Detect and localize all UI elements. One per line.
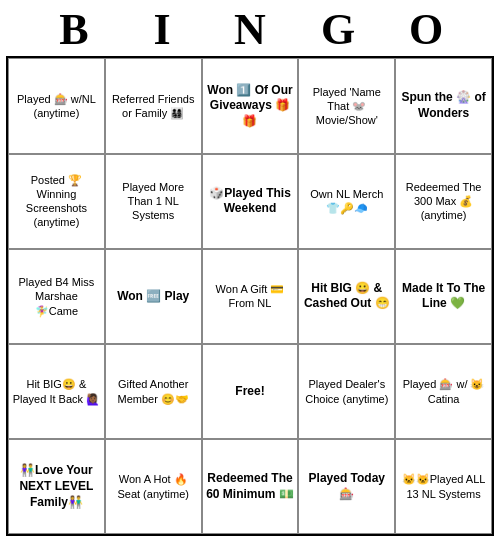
letter-i: I [118,6,206,54]
bingo-cell-21[interactable]: Won A Hot 🔥 Seat (anytime) [105,439,202,534]
bingo-cell-14[interactable]: Made It To The Line 💚 [395,249,492,344]
bingo-cell-4[interactable]: Spun the 🎡 of Wonders [395,58,492,153]
bingo-cell-10[interactable]: Played B4 Miss Marshae 🧚‍♀️Came [8,249,105,344]
bingo-cell-0[interactable]: Played 🎰 w/NL (anytime) [8,58,105,153]
bingo-cell-19[interactable]: Played 🎰 w/ 😺 Catina [395,344,492,439]
bingo-cell-17[interactable]: Free! [202,344,299,439]
bingo-cell-7[interactable]: 🎲Played This Weekend [202,154,299,249]
bingo-cell-23[interactable]: Played Today 🎰 [298,439,395,534]
bingo-header: B I N G O [0,0,500,56]
bingo-cell-8[interactable]: Own NL Merch 👕🔑🧢 [298,154,395,249]
bingo-cell-11[interactable]: Won 🆓 Play [105,249,202,344]
bingo-cell-3[interactable]: Played 'Name That 🐭 Movie/Show' [298,58,395,153]
bingo-cell-15[interactable]: Hit BIG😀 & Played It Back 🙋🏾‍♀️ [8,344,105,439]
bingo-cell-1[interactable]: Referred Friends or Family 👨‍👩‍👧‍👦 [105,58,202,153]
bingo-cell-20[interactable]: 👫Love Your NEXT LEVEL Family👫 [8,439,105,534]
bingo-cell-24[interactable]: 🐱🐱Played ALL 13 NL Systems [395,439,492,534]
bingo-cell-18[interactable]: Played Dealer's Choice (anytime) [298,344,395,439]
bingo-cell-13[interactable]: Hit BIG 😀 & Cashed Out 😁 [298,249,395,344]
letter-o: O [382,6,470,54]
letter-g: G [294,6,382,54]
letter-n: N [206,6,294,54]
bingo-cell-2[interactable]: Won 1️⃣ Of Our Giveaways 🎁🎁 [202,58,299,153]
bingo-cell-22[interactable]: Redeemed The 60 Minimum 💵 [202,439,299,534]
bingo-cell-16[interactable]: Gifted Another Member 😊🤝 [105,344,202,439]
bingo-cell-6[interactable]: Played More Than 1 NL Systems [105,154,202,249]
letter-b: B [30,6,118,54]
bingo-cell-12[interactable]: Won A Gift 💳 From NL [202,249,299,344]
bingo-grid: Played 🎰 w/NL (anytime)Referred Friends … [6,56,494,536]
bingo-cell-5[interactable]: Posted 🏆 Winning Screenshots (anytime) [8,154,105,249]
bingo-cell-9[interactable]: Redeemed The 300 Max 💰 (anytime) [395,154,492,249]
